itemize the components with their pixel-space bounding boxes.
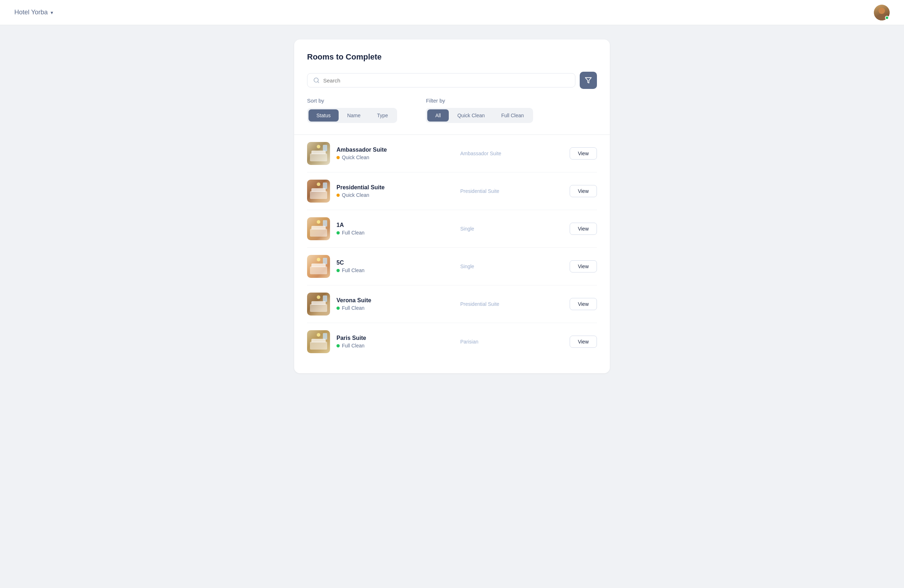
svg-line-1 [318,81,319,82]
sort-status-button[interactable]: Status [308,109,339,121]
room-status: Full Clean [337,230,446,236]
sort-type-button[interactable]: Type [369,109,396,121]
room-thumbnail [307,330,330,353]
search-input[interactable] [323,77,569,84]
view-room-button[interactable]: View [570,147,597,159]
thumb-inner [307,142,330,165]
status-dot [337,231,340,235]
search-row [307,72,597,89]
thumb-light-decor [317,183,320,186]
room-status: Full Clean [337,343,446,348]
thumb-light-decor [317,295,320,299]
user-avatar-wrapper[interactable] [874,5,890,20]
thumb-light-decor [317,258,320,262]
status-dot [337,269,340,272]
sort-btn-group: Status Name Type [307,108,397,123]
rooms-card: Rooms to Complete Sort by Status [294,39,610,373]
status-dot [337,344,340,347]
room-type: Ambassador Suite [446,151,570,156]
filter-button[interactable] [580,72,597,89]
status-label: Full Clean [342,305,365,311]
room-list: Ambassador Suite Quick Clean Ambassador … [307,135,597,360]
room-status: Full Clean [337,305,446,311]
room-name: 5C [337,260,446,266]
status-label: Full Clean [342,343,365,348]
room-thumbnail [307,180,330,203]
thumb-bed-decor [310,229,327,236]
thumb-inner [307,330,330,353]
status-label: Full Clean [342,230,365,236]
room-item: 1A Full Clean Single View [307,210,597,248]
room-item: Ambassador Suite Quick Clean Ambassador … [307,135,597,172]
status-label: Full Clean [342,268,365,273]
controls-row: Sort by Status Name Type Filter by All Q… [307,98,597,123]
status-dot [337,194,340,197]
room-type: Presidential Suite [446,301,570,307]
filter-btn-group: All Quick Clean Full Clean [426,108,533,123]
filter-group: Filter by All Quick Clean Full Clean [426,98,533,123]
status-label: Quick Clean [342,154,369,160]
room-type: Parisian [446,339,570,345]
thumb-bed-decor [310,191,327,199]
thumb-inner [307,180,330,203]
chevron-down-icon: ▾ [51,10,53,16]
top-nav: Hotel Yorba ▾ [0,0,904,25]
room-thumbnail [307,142,330,165]
sort-group: Sort by Status Name Type [307,98,397,123]
room-item: Presidential Suite Quick Clean President… [307,172,597,210]
thumb-bed-decor [310,266,327,274]
room-item: Paris Suite Full Clean Parisian View [307,323,597,360]
view-room-button[interactable]: View [570,185,597,197]
search-container [307,73,575,87]
status-dot [337,307,340,310]
sort-name-button[interactable]: Name [339,109,368,121]
view-room-button[interactable]: View [570,336,597,348]
view-room-button[interactable]: View [570,260,597,273]
filter-label: Filter by [426,98,533,104]
thumb-bed-decor [310,342,327,350]
room-type: Single [446,263,570,269]
filter-all-button[interactable]: All [427,109,449,121]
room-name: 1A [337,222,446,229]
room-status: Quick Clean [337,192,446,198]
room-status: Quick Clean [337,154,446,160]
room-thumbnail [307,293,330,315]
page-title: Rooms to Complete [307,52,597,61]
hotel-name-label: Hotel Yorba [14,9,48,16]
room-info: Paris Suite Full Clean [337,335,446,348]
thumb-inner [307,293,330,315]
room-info: 1A Full Clean [337,222,446,236]
room-thumbnail [307,217,330,240]
room-info: Ambassador Suite Quick Clean [337,147,446,160]
main-content: Rooms to Complete Sort by Status [280,25,624,388]
online-status-dot [885,16,889,20]
thumb-inner [307,217,330,240]
room-item: 5C Full Clean Single View [307,248,597,285]
status-dot [337,156,340,159]
svg-marker-2 [585,78,591,83]
thumb-light-decor [317,333,320,337]
thumb-light-decor [317,220,320,224]
search-icon [313,77,320,84]
room-info: Verona Suite Full Clean [337,297,446,311]
filter-full-clean-button[interactable]: Full Clean [493,109,532,121]
room-name: Verona Suite [337,297,446,304]
hotel-selector[interactable]: Hotel Yorba ▾ [14,9,53,16]
thumb-bed-decor [310,304,327,312]
thumb-inner [307,255,330,278]
funnel-icon [585,77,592,84]
filter-quick-clean-button[interactable]: Quick Clean [449,109,493,121]
view-room-button[interactable]: View [570,223,597,235]
room-type: Presidential Suite [446,188,570,194]
room-type: Single [446,226,570,232]
thumb-bed-decor [310,153,327,161]
room-name: Presidential Suite [337,184,446,191]
thumb-light-decor [317,145,320,148]
room-name: Ambassador Suite [337,147,446,153]
view-room-button[interactable]: View [570,298,597,310]
room-info: 5C Full Clean [337,260,446,273]
room-status: Full Clean [337,268,446,273]
room-item: Verona Suite Full Clean Presidential Sui… [307,285,597,323]
room-thumbnail [307,255,330,278]
sort-label: Sort by [307,98,397,104]
